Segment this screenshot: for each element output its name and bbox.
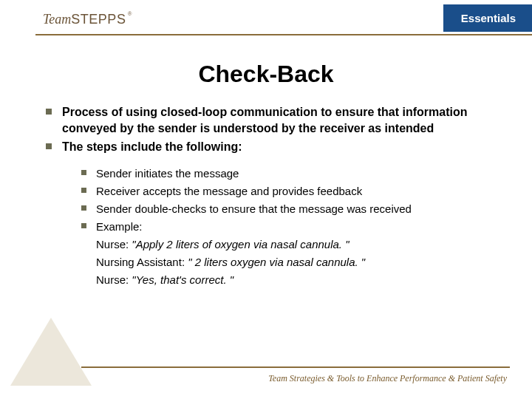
slide-title: Check-Back [0,61,532,88]
dialogue-quote: "Yes, that's correct. " [132,273,233,286]
list-item: Receiver accepts the message and provide… [81,183,495,199]
list-item: Sender initiates the message [81,166,495,181]
dialogue-quote: " 2 liters oxygen via nasal cannula. " [188,256,365,268]
slide-header: TeamSTEPPS® Essentials [0,0,532,43]
list-item: The steps include the following: [46,139,495,155]
logo-stepps: STEPPS [71,12,126,27]
bullet-list-level1: Process of using closed-loop communicati… [46,104,495,155]
registered-mark: ® [127,10,132,17]
slide-footer: Team Strategies & Tools to Enhance Perfo… [0,338,532,390]
slide-body: Process of using closed-loop communicati… [46,104,495,287]
footer-rule [81,366,510,368]
header-rule [35,34,532,35]
list-item: Process of using closed-loop communicati… [46,104,495,136]
list-item: Nurse: "Apply 2 liters of oxygen via nas… [81,236,495,252]
dialogue-quote: "Apply 2 liters of oxygen via nasal cann… [132,238,349,250]
list-item: Sender double-checks to ensure that the … [81,201,495,216]
footer-tagline: Team Strategies & Tools to Enhance Perfo… [268,373,507,384]
list-item: Example: [81,219,495,234]
logo-team: Team [43,12,71,27]
bullet-list-level2: Sender initiates the messageReceiver acc… [81,166,495,287]
dialogue-speaker: Nurse: [96,238,132,250]
list-item: Nurse: "Yes, that's correct. " [81,272,495,287]
essentials-tab: Essentials [443,4,532,32]
dialogue-speaker: Nursing Assistant: [96,256,188,268]
triangle-icon [10,318,92,386]
teamstepps-logo: TeamSTEPPS® [43,12,130,27]
list-item: Nursing Assistant: " 2 liters oxygen via… [81,254,495,270]
dialogue-speaker: Nurse: [96,273,132,286]
